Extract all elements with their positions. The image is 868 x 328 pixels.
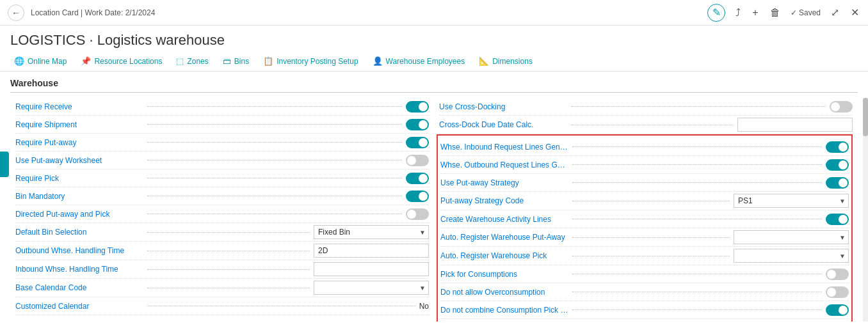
- auto-register-pick-select[interactable]: [734, 249, 849, 263]
- add-button[interactable]: +: [751, 6, 759, 20]
- field-use-cross-docking: Use Cross-Docking: [439, 98, 853, 116]
- put-away-strategy-code-select[interactable]: PS1 PS2: [734, 194, 849, 208]
- tab-zones[interactable]: ⬚ Zones: [170, 52, 214, 71]
- default-bin-selection-value: Fixed Bin Last-Used Bin Default Bin ▼: [314, 225, 429, 239]
- tab-bins-label: Bins: [234, 57, 249, 66]
- use-put-away-strategy-toggle[interactable]: [826, 177, 849, 189]
- collapse-button[interactable]: ✕: [849, 5, 860, 20]
- main-content: Warehouse Require Receive Require Shipme…: [0, 72, 868, 322]
- default-bin-selection-label: Default Bin Selection: [15, 228, 143, 237]
- require-shipment-toggle[interactable]: [406, 119, 429, 130]
- section-title: Warehouse: [10, 78, 858, 93]
- auto-register-put-away-select-wrapper: ▼: [734, 230, 849, 244]
- base-calendar-code-value: ▼: [314, 281, 429, 295]
- form-grid: Require Receive Require Shipment Require…: [10, 98, 858, 322]
- outbound-request-lines-toggle[interactable]: [826, 159, 849, 171]
- do-not-allow-overconsumption-label: Do not allow Overconsumption: [440, 288, 568, 297]
- require-receive-label: Require Receive: [15, 102, 143, 111]
- inbound-request-lines-toggle[interactable]: [826, 141, 849, 153]
- field-default-bin-selection: Default Bin Selection Fixed Bin Last-Use…: [15, 223, 429, 242]
- tab-inventory-posting-setup[interactable]: 📋 Inventory Posting Setup: [257, 52, 364, 71]
- tab-resource-locations-label: Resource Locations: [94, 57, 162, 66]
- pick-for-consumptions-toggle[interactable]: [826, 269, 849, 280]
- require-put-away-toggle[interactable]: [406, 137, 429, 148]
- put-away-strategy-code-label: Put-away Strategy Code: [440, 196, 568, 205]
- field-use-put-away-strategy: Use Put-away Strategy: [440, 174, 849, 192]
- field-outbound-request-lines: Whse. Outbound Request Lines Generation: [440, 156, 849, 174]
- customized-calendar-text: No: [419, 302, 429, 311]
- tab-bins[interactable]: 🗃 Bins: [216, 52, 255, 71]
- require-pick-label: Require Pick: [15, 174, 143, 183]
- require-receive-toggle[interactable]: [406, 101, 429, 113]
- outbound-handling-time-label: Outbound Whse. Handling Time: [15, 246, 143, 255]
- create-warehouse-activity-value: [826, 214, 849, 225]
- directed-put-away-value: [406, 208, 429, 220]
- use-put-away-worksheet-label: Use Put-away Worksheet: [15, 156, 143, 165]
- field-base-calendar-code: Base Calendar Code ▼: [15, 279, 429, 297]
- tab-resource-locations[interactable]: 📌 Resource Locations: [74, 52, 168, 71]
- tab-warehouse-employees[interactable]: 👤 Warehouse Employees: [366, 52, 472, 71]
- warehouse-employees-icon: 👤: [373, 56, 383, 66]
- saved-label: ✓ Saved: [791, 8, 821, 17]
- cross-dock-due-date-input[interactable]: [737, 118, 853, 132]
- use-cross-docking-toggle[interactable]: [830, 101, 853, 113]
- field-pick-for-consumptions: Pick for Consumptions: [440, 265, 849, 283]
- field-require-pick: Require Pick: [15, 169, 429, 187]
- do-not-combine-consumption-toggle[interactable]: [826, 304, 849, 316]
- customized-calendar-label: Customized Calendar: [15, 302, 143, 311]
- auto-register-put-away-select[interactable]: [734, 230, 849, 244]
- field-directed-put-away: Directed Put-away and Pick: [15, 205, 429, 223]
- inbound-handling-time-input[interactable]: [314, 262, 429, 276]
- back-button[interactable]: ←: [8, 4, 24, 21]
- do-not-allow-overconsumption-value: [826, 286, 849, 298]
- default-bin-selection-select[interactable]: Fixed Bin Last-Used Bin Default Bin: [314, 225, 429, 239]
- use-put-away-strategy-value: [826, 177, 849, 189]
- header-bar: ← Location Card | Work Date: 2/1/2024 ✎ …: [0, 0, 868, 26]
- cross-dock-due-date-label: Cross-Dock Due Date Calc.: [439, 120, 567, 129]
- nav-tabs: 🌐 Online Map 📌 Resource Locations ⬚ Zone…: [0, 52, 868, 72]
- do-not-combine-consumption-label: Do not combine Consumption Pick Lines: [440, 306, 568, 315]
- header-title: Location Card | Work Date: 2/1/2024: [31, 8, 707, 17]
- edit-button[interactable]: ✎: [707, 4, 725, 22]
- field-create-warehouse-activity: Create Warehouse Activity Lines: [440, 210, 849, 228]
- saved-indicator: ✓ Saved: [791, 8, 821, 17]
- use-put-away-worksheet-value: [406, 155, 429, 166]
- base-calendar-code-select[interactable]: [314, 281, 429, 295]
- zones-icon: ⬚: [176, 56, 184, 66]
- field-bin-mandatory: Bin Mandatory: [15, 187, 429, 205]
- left-column: Require Receive Require Shipment Require…: [10, 98, 434, 322]
- scrollbar-thumb[interactable]: [863, 98, 868, 136]
- field-auto-register-put-away: Auto. Register Warehouse Put-Away ▼: [440, 228, 849, 247]
- field-inbound-handling-time: Inbound Whse. Handling Time: [15, 260, 429, 279]
- directed-put-away-toggle[interactable]: [406, 208, 429, 220]
- do-not-combine-consumption-value: [826, 304, 849, 316]
- require-pick-toggle[interactable]: [406, 173, 429, 184]
- tab-dimensions[interactable]: 📐 Dimensions: [472, 52, 539, 71]
- inbound-handling-time-label: Inbound Whse. Handling Time: [15, 265, 143, 274]
- customized-calendar-value: No: [419, 302, 429, 311]
- expand-button[interactable]: ⤢: [830, 5, 840, 20]
- require-shipment-value: [406, 119, 429, 130]
- require-put-away-label: Require Put-away: [15, 138, 143, 147]
- outbound-request-lines-label: Whse. Outbound Request Lines Generation: [440, 160, 568, 169]
- do-not-allow-overconsumption-toggle[interactable]: [826, 286, 849, 298]
- outbound-handling-time-input[interactable]: [314, 244, 429, 258]
- bin-mandatory-toggle[interactable]: [406, 191, 429, 202]
- create-warehouse-activity-toggle[interactable]: [826, 214, 849, 225]
- tab-zones-label: Zones: [187, 57, 208, 66]
- field-outbound-handling-time: Outbound Whse. Handling Time: [15, 242, 429, 260]
- delete-button[interactable]: 🗑: [769, 6, 782, 20]
- use-put-away-worksheet-toggle[interactable]: [406, 155, 429, 166]
- tab-online-map[interactable]: 🌐 Online Map: [8, 52, 73, 71]
- field-customized-calendar: Customized Calendar No: [15, 297, 429, 315]
- pick-for-consumptions-value: [826, 269, 849, 280]
- cross-dock-due-date-value: [737, 118, 853, 132]
- require-receive-value: [406, 101, 429, 113]
- base-calendar-code-label: Base Calendar Code: [15, 283, 143, 292]
- dimensions-icon: 📐: [479, 56, 489, 66]
- auto-register-pick-value: ▼: [734, 249, 849, 263]
- share-button[interactable]: ⤴: [734, 6, 742, 20]
- bin-mandatory-label: Bin Mandatory: [15, 192, 143, 201]
- auto-register-pick-select-wrapper: ▼: [734, 249, 849, 263]
- field-auto-register-pick: Auto. Register Warehouse Pick ▼: [440, 247, 849, 265]
